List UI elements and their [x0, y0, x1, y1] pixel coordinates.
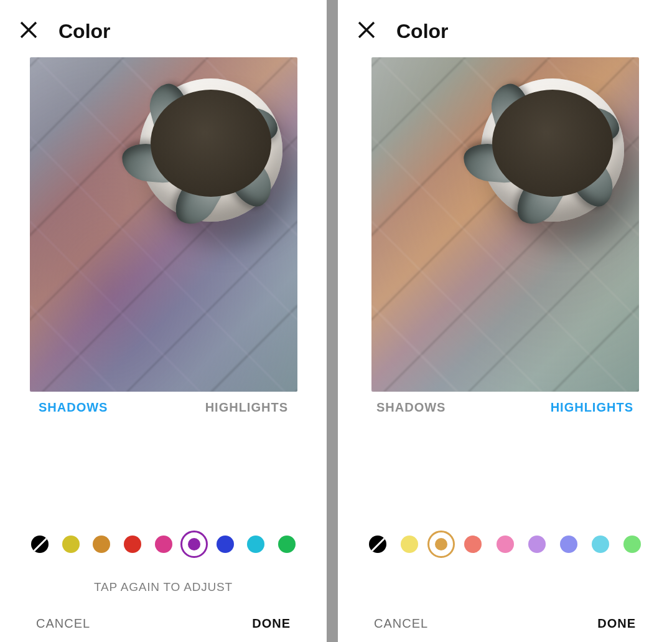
yellow-swatch[interactable] — [396, 531, 423, 558]
none-swatch[interactable] — [26, 531, 54, 558]
header: Color — [0, 0, 327, 57]
cancel-button[interactable]: CANCEL — [374, 616, 428, 631]
adjust-hint — [338, 563, 672, 600]
header: Color — [338, 0, 672, 57]
preview-area — [338, 57, 672, 392]
done-button[interactable]: DONE — [597, 616, 636, 631]
preview-image[interactable] — [30, 57, 297, 392]
color-swatches — [338, 531, 672, 558]
orange-swatch[interactable] — [88, 531, 115, 558]
adjust-hint: TAP AGAIN TO ADJUST — [0, 563, 327, 600]
tone-tabs: SHADOWS HIGHLIGHTS — [338, 392, 672, 415]
footer: CANCEL DONE — [0, 600, 327, 642]
close-icon[interactable] — [17, 19, 40, 44]
pink-swatch[interactable] — [492, 531, 519, 558]
tab-shadows[interactable]: SHADOWS — [376, 400, 446, 415]
red-swatch[interactable] — [119, 531, 146, 558]
close-icon[interactable] — [355, 19, 378, 44]
purple-swatch[interactable] — [523, 531, 551, 558]
pink-swatch[interactable] — [150, 531, 177, 558]
tab-highlights[interactable]: HIGHLIGHTS — [205, 400, 288, 415]
green-swatch[interactable] — [618, 531, 646, 558]
preview-image[interactable] — [371, 57, 639, 392]
color-editor-shadows-pane: Color SHADOWS HIGHLIGHTS TAP AGAIN TO AD… — [0, 0, 327, 642]
color-editor-highlights-pane: Color SHADOWS HIGHLIGHTS CANCEL DONE — [338, 0, 672, 642]
plant-pot — [481, 78, 624, 222]
orange-swatch[interactable] — [427, 531, 455, 558]
red-swatch[interactable] — [459, 531, 487, 558]
tone-tabs: SHADOWS HIGHLIGHTS — [0, 392, 327, 415]
blue-swatch[interactable] — [555, 531, 582, 558]
done-button[interactable]: DONE — [252, 616, 291, 631]
tab-shadows[interactable]: SHADOWS — [39, 400, 108, 415]
plant-pot — [139, 78, 282, 222]
none-swatch[interactable] — [364, 531, 391, 558]
page-title: Color — [58, 20, 111, 43]
color-swatches — [0, 531, 327, 558]
preview-area — [0, 57, 327, 392]
cancel-button[interactable]: CANCEL — [36, 616, 90, 631]
cyan-swatch[interactable] — [242, 531, 269, 558]
footer: CANCEL DONE — [338, 600, 672, 642]
green-swatch[interactable] — [273, 531, 301, 558]
yellow-swatch[interactable] — [57, 531, 85, 558]
tab-highlights[interactable]: HIGHLIGHTS — [551, 400, 633, 415]
page-title: Color — [396, 20, 449, 43]
blue-swatch[interactable] — [212, 531, 239, 558]
purple-swatch[interactable] — [180, 531, 208, 558]
cyan-swatch[interactable] — [587, 531, 614, 558]
